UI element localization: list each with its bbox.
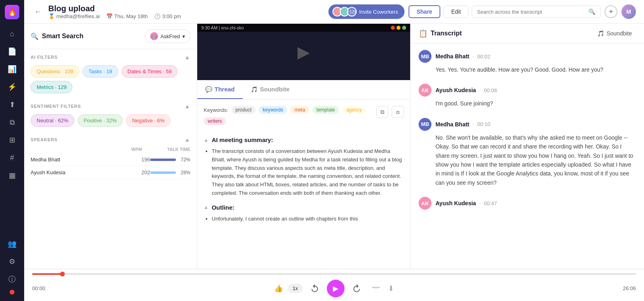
- filter-positive[interactable]: Positive · 32%: [78, 114, 123, 127]
- avatar-ayush-1: AK: [419, 84, 431, 97]
- smart-search-header: 🔍 Smart Search 🤖 AskFred ▾: [24, 24, 197, 49]
- speaker-info-1: Ayush Kudesia · 00:08: [436, 87, 497, 93]
- minimize-dot: [396, 26, 400, 30]
- transcript-icon: 📋: [419, 29, 427, 38]
- soundbite-tab-icon: 🎵: [251, 86, 258, 93]
- soundbite-icon: 🎵: [597, 30, 604, 37]
- right-panel: 📋 Transcript 🎵 Soundbite MB Medha Bhatt: [411, 24, 644, 269]
- speaker-info-0: Medha Bhatt · 00:02: [436, 53, 490, 60]
- close-dot: [391, 26, 395, 30]
- avatar-ayush-2: AK: [419, 197, 431, 210]
- keyword-writers[interactable]: writers: [204, 117, 226, 125]
- speakers-collapse[interactable]: ▲: [184, 136, 190, 143]
- app-logo: 🔥: [5, 5, 19, 19]
- rewind-button[interactable]: 15: [308, 281, 322, 296]
- back-button[interactable]: ←: [32, 6, 43, 17]
- sidebar-item-settings[interactable]: ⚙: [5, 254, 19, 269]
- waveform-button[interactable]: 〰: [369, 281, 383, 296]
- time-current: 00:00: [32, 285, 45, 291]
- like-button[interactable]: 👍: [274, 284, 283, 293]
- sentiment-filters: Neutral · 62% Positive · 32% Negative · …: [24, 112, 197, 132]
- left-panel: 🔍 Smart Search 🤖 AskFred ▾ AI FILTERS ▲ …: [24, 24, 197, 269]
- filter-negative[interactable]: Negative · 6%: [126, 114, 171, 127]
- transcript-search-input[interactable]: [477, 9, 585, 15]
- filter-metrics[interactable]: Metrics · 129: [31, 81, 72, 93]
- summary-list: The transcript consists of a conversatio…: [204, 147, 404, 198]
- share-edit-buttons: Share Edit 🔍: [409, 5, 601, 18]
- tab-soundbite[interactable]: 🎵 Soundbite: [243, 80, 297, 99]
- sidebar-item-layers[interactable]: ⧉: [5, 115, 19, 130]
- summary-section: ▲ AI meeting summary: The transcript con…: [204, 136, 404, 198]
- progress-fill: [32, 273, 62, 275]
- sidebar-item-info[interactable]: ⓘ: [5, 272, 19, 287]
- keyword-agency[interactable]: agency: [342, 106, 366, 114]
- sidebar-item-people[interactable]: 👥: [5, 237, 19, 251]
- filter-questions[interactable]: Questions · 109: [31, 65, 79, 78]
- video-thumbnail: 9:30 AM | snu-zhi-sko ▶: [197, 24, 410, 80]
- speakers-section-label: SPEAKERS ▲: [24, 132, 197, 145]
- download-button[interactable]: ⬇: [388, 284, 394, 293]
- sentiment-filters-section-label: SENTIMENT FILTERS ▲: [24, 98, 197, 112]
- layers-icon[interactable]: ⧈: [392, 106, 404, 118]
- keyword-product[interactable]: product: [231, 106, 256, 114]
- progress-bar[interactable]: [32, 273, 636, 275]
- speaker-bar-1: 28%: [150, 170, 190, 175]
- keyword-meta[interactable]: meta: [290, 106, 309, 114]
- forward-button[interactable]: 15: [349, 281, 364, 296]
- bottom-player: 00:00 👍 1x 15 ▶ 15: [24, 269, 644, 301]
- speaker-info-2: Medha Bhatt · 00:10: [436, 121, 490, 128]
- play-button[interactable]: ▶: [327, 280, 345, 297]
- summary-title-row: ▲ AI meeting summary:: [204, 136, 404, 143]
- transcript-search-bar[interactable]: 🔍: [472, 6, 601, 18]
- add-button[interactable]: +: [605, 5, 617, 18]
- filter-dates-times[interactable]: Dates & Times · 59: [122, 65, 178, 78]
- thread-action-icons: ⧉ ⧈: [376, 106, 404, 118]
- sidebar-item-transcript[interactable]: 📄: [5, 44, 19, 59]
- sidebar-item-bar[interactable]: ▦: [5, 168, 19, 183]
- middle-panel: 9:30 AM | snu-zhi-sko ▶ 💬 Thread: [197, 24, 411, 269]
- summary-collapse[interactable]: ▲: [204, 137, 208, 143]
- smart-search-title: 🔍 Smart Search: [31, 33, 83, 40]
- sidebar-item-grid[interactable]: ⊞: [5, 133, 19, 147]
- tab-thread[interactable]: 💬 Thread: [197, 80, 243, 99]
- thread-tab-icon: 💬: [205, 86, 212, 93]
- speaker-bar-0: 72%: [150, 157, 190, 163]
- sidebar-item-upload[interactable]: ⬆: [5, 97, 19, 112]
- search-icon: 🔍: [588, 8, 595, 15]
- sidebar: 🔥 ⌂ 📄 📊 ⚡ ⬆ ⧉ ⊞ # ▦ 👥 ⚙ ⓘ: [0, 0, 24, 301]
- outline-collapse[interactable]: ▲: [204, 204, 208, 210]
- sentiment-filters-collapse[interactable]: ▲: [184, 103, 190, 109]
- speed-button[interactable]: 1x: [288, 284, 303, 293]
- chevron-down-icon: ▾: [182, 33, 185, 39]
- video-placeholder: ▶: [297, 43, 310, 61]
- table-row: Medha Bhatt 196 72%: [31, 153, 190, 166]
- invite-coworkers-button[interactable]: +124 Invite Coworkers: [328, 4, 405, 19]
- share-button[interactable]: Share: [409, 5, 440, 18]
- keyword-template[interactable]: template: [312, 106, 339, 114]
- sidebar-item-lightning[interactable]: ⚡: [5, 80, 19, 94]
- table-row: Ayush Kudesia 202 28%: [31, 166, 190, 179]
- copy-icon[interactable]: ⧉: [376, 106, 388, 118]
- meta-time: 🕐 3:00 pm: [154, 13, 181, 19]
- svg-text:15: 15: [355, 288, 358, 290]
- transcript-entry-1: AK Ayush Kudesia · 00:08 I'm good. Sure …: [419, 84, 636, 108]
- soundbite-button[interactable]: 🎵 Soundbite: [593, 29, 636, 38]
- outline-list: Unfortunately, I cannot create an outlin…: [204, 215, 404, 223]
- avatar-count: +124: [347, 7, 357, 16]
- ai-filters-collapse[interactable]: ▲: [184, 54, 190, 60]
- outline-title-row: ▲ Outline:: [204, 204, 404, 211]
- keyword-keywords[interactable]: keywords: [259, 106, 287, 114]
- speaker-row-0: MB Medha Bhatt · 00:02: [419, 50, 636, 63]
- edit-button[interactable]: Edit: [444, 6, 469, 18]
- meta-date: 📅 Thu, May 18th: [106, 13, 148, 19]
- smart-search-icon: 🔍: [31, 33, 39, 40]
- askfred-button[interactable]: 🤖 AskFred ▾: [145, 29, 190, 43]
- sidebar-item-chart[interactable]: 📊: [5, 62, 19, 76]
- sidebar-item-home[interactable]: ⌂: [5, 27, 19, 41]
- sidebar-item-hashtag[interactable]: #: [5, 150, 19, 165]
- ai-filters: Questions · 109 Tasks · 19 Dates & Times…: [24, 63, 197, 98]
- filter-neutral[interactable]: Neutral · 62%: [31, 114, 74, 127]
- speaker-row-3: AK Ayush Kudesia · 00:47: [419, 197, 636, 210]
- filter-tasks[interactable]: Tasks · 19: [83, 65, 118, 78]
- page-title: Blog upload: [48, 4, 181, 13]
